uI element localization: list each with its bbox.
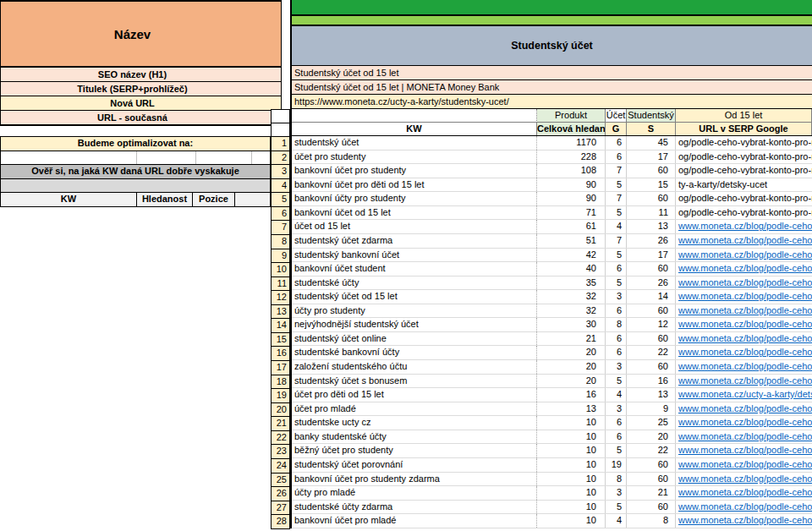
row-number-cell[interactable]: 5: [272, 193, 289, 207]
g-position-cell[interactable]: 7: [606, 164, 627, 178]
row-number-cell[interactable]: 28: [272, 515, 289, 529]
search-volume-cell[interactable]: 16: [537, 388, 606, 402]
serp-url-cell[interactable]: og/podle-ceho-vybrat-konto-pro-m: [676, 164, 812, 178]
g-position-cell[interactable]: 5: [606, 276, 627, 290]
keyword-cell[interactable]: účet od 15 let: [292, 220, 537, 233]
keyword-cell[interactable]: bankovní účet pro studenty: [292, 164, 537, 178]
group-header-studentsky[interactable]: Studentský: [627, 109, 676, 123]
search-volume-cell[interactable]: 10: [537, 416, 606, 430]
s-position-cell[interactable]: 60: [627, 332, 676, 346]
search-volume-cell[interactable]: 1170: [537, 136, 606, 150]
s-position-cell[interactable]: 16: [627, 375, 676, 388]
g-position-cell[interactable]: 6: [606, 304, 627, 318]
verify-instruction-cell[interactable]: Ověř si, na jaká KW daná URL dobře vyska…: [1, 165, 270, 179]
row-number-cell[interactable]: 16: [272, 347, 289, 361]
g-position-cell[interactable]: 5: [606, 501, 627, 514]
keyword-cell[interactable]: bankovní účty pro studenty: [292, 192, 537, 205]
nazev-header-cell[interactable]: Název: [1, 2, 281, 68]
s-position-cell[interactable]: 9: [627, 402, 676, 416]
g-position-cell[interactable]: 5: [606, 444, 627, 457]
search-volume-cell[interactable]: 30: [537, 318, 606, 331]
s-position-cell[interactable]: 17: [627, 249, 676, 262]
kw-check-header-pozice[interactable]: Pozice: [193, 193, 235, 206]
search-volume-cell[interactable]: 10: [537, 458, 606, 472]
g-position-cell[interactable]: 3: [606, 360, 627, 374]
s-position-cell[interactable]: 60: [627, 501, 676, 514]
g-position-cell[interactable]: 8: [606, 473, 627, 486]
search-volume-cell[interactable]: 10: [537, 514, 606, 528]
column-header-kw[interactable]: KW: [292, 123, 537, 135]
keyword-cell[interactable]: studentský účet porovnání: [292, 458, 537, 472]
row-number-cell[interactable]: 1: [272, 137, 289, 151]
row-number-cell[interactable]: 26: [272, 487, 289, 501]
seo-h1-value-cell[interactable]: Studentský účet od 15 let: [292, 66, 812, 80]
kw-check-header-hledanost[interactable]: Hledanost: [137, 193, 193, 206]
g-position-cell[interactable]: 4: [606, 514, 627, 528]
g-position-cell[interactable]: 19: [606, 458, 627, 472]
s-position-cell[interactable]: 60: [627, 164, 676, 178]
serp-url-link[interactable]: www.moneta.cz/blog/podle-ceho-: [676, 430, 812, 444]
s-position-cell[interactable]: 60: [627, 473, 676, 486]
g-position-cell[interactable]: 3: [606, 290, 627, 304]
s-position-cell[interactable]: 25: [627, 416, 676, 430]
s-position-cell[interactable]: 15: [627, 178, 676, 192]
row-number-header-cell-2[interactable]: [272, 123, 289, 137]
s-position-cell[interactable]: 17: [627, 151, 676, 164]
row-number-cell[interactable]: 7: [272, 221, 289, 235]
nova-url-label-cell[interactable]: Nová URL: [1, 96, 281, 111]
serp-title-value-cell[interactable]: Studentský účet od 15 let | MONETA Money…: [292, 80, 812, 95]
keyword-cell[interactable]: studentské bankovní účty: [292, 346, 537, 359]
search-volume-cell[interactable]: 40: [537, 262, 606, 276]
column-header-hledanost[interactable]: Celková hledanost: [537, 123, 606, 135]
row-number-cell[interactable]: 23: [272, 445, 289, 459]
search-volume-cell[interactable]: 32: [537, 304, 606, 318]
keyword-cell[interactable]: studentské účty: [292, 276, 537, 290]
row-number-cell[interactable]: 21: [272, 417, 289, 431]
serp-url-cell[interactable]: og/podle-ceho-vybrat-konto-pro-m: [676, 192, 812, 205]
search-volume-cell[interactable]: 13: [537, 402, 606, 416]
titulek-label-cell[interactable]: Titulek (SERP+prohlížeč): [1, 82, 281, 96]
group-header-od-15-let[interactable]: Od 15 let: [676, 109, 812, 123]
g-position-cell[interactable]: 6: [606, 151, 627, 164]
search-volume-cell[interactable]: 71: [537, 206, 606, 220]
page-title-cell[interactable]: Studentský účet: [292, 26, 812, 66]
serp-url-link[interactable]: www.moneta.cz/blog/podle-ceho-: [676, 318, 812, 331]
search-volume-cell[interactable]: 228: [537, 151, 606, 164]
search-volume-cell[interactable]: 42: [537, 249, 606, 262]
keyword-cell[interactable]: nejvýhodnější studentský účet: [292, 318, 537, 331]
serp-url-link[interactable]: www.moneta.cz/blog/podle-ceho-: [676, 276, 812, 290]
column-header-g[interactable]: G: [606, 123, 627, 135]
optimize-input-cell-3[interactable]: [196, 151, 252, 165]
keyword-cell[interactable]: studentské účty zdarma: [292, 501, 537, 514]
row-number-cell[interactable]: 11: [272, 277, 289, 292]
serp-url-link[interactable]: www.moneta.cz/blog/podle-ceho-: [676, 220, 812, 233]
keyword-cell[interactable]: bankovní účet student: [292, 262, 537, 276]
s-position-cell[interactable]: 22: [627, 444, 676, 457]
serp-url-link[interactable]: www.moneta.cz/blog/podle-ceho-: [676, 332, 812, 346]
s-position-cell[interactable]: 26: [627, 276, 676, 290]
serp-url-cell[interactable]: og/podle-ceho-vybrat-konto-pro-m: [676, 136, 812, 150]
s-position-cell[interactable]: 8: [627, 514, 676, 528]
row-number-cell[interactable]: 17: [272, 361, 289, 375]
url-soucasna-label-cell[interactable]: URL - současná: [1, 111, 281, 125]
g-position-cell[interactable]: 6: [606, 136, 627, 150]
serp-url-link[interactable]: www.moneta.cz/blog/podle-ceho-: [676, 290, 812, 304]
row-number-header-cell-1[interactable]: [272, 110, 289, 123]
kw-check-header-kw[interactable]: KW: [1, 193, 137, 206]
search-volume-cell[interactable]: 90: [537, 192, 606, 205]
g-position-cell[interactable]: 4: [606, 220, 627, 233]
search-volume-cell[interactable]: 10: [537, 501, 606, 514]
row-number-cell[interactable]: 6: [272, 207, 289, 222]
search-volume-cell[interactable]: 10: [537, 430, 606, 444]
serp-url-link[interactable]: www.moneta.cz/blog/podle-ceho-: [676, 360, 812, 374]
g-position-cell[interactable]: 7: [606, 192, 627, 205]
search-volume-cell[interactable]: 35: [537, 276, 606, 290]
optimize-input-cell-1[interactable]: [1, 151, 137, 165]
serp-url-link[interactable]: www.moneta.cz/blog/podle-ceho-: [676, 458, 812, 472]
search-volume-cell[interactable]: 21: [537, 332, 606, 346]
s-position-cell[interactable]: 13: [627, 220, 676, 233]
keyword-cell[interactable]: účet pro děti od 15 let: [292, 388, 537, 402]
keyword-cell[interactable]: účty pro studenty: [292, 304, 537, 318]
keyword-cell[interactable]: účty pro mladé: [292, 486, 537, 500]
row-number-cell[interactable]: 22: [272, 431, 289, 446]
